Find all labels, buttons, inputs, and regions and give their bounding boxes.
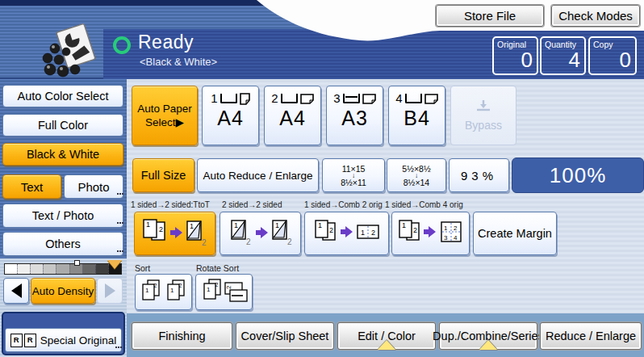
- combine-2-originals-button[interactable]: 2 1 1 2: [304, 212, 389, 255]
- auto-paper-select-label: Auto Paper Select▶: [132, 102, 197, 129]
- type-text-photo-button[interactable]: Text / Photo: [2, 204, 123, 228]
- duplex-2to2-label: 2 sided→2 sided: [222, 200, 282, 209]
- auto-color-select-button[interactable]: Auto Color Select: [2, 85, 123, 107]
- header-top-strip: [0, 0, 644, 6]
- original-counter-value: 0: [521, 48, 533, 73]
- quantity-counter: Quantity 4: [540, 36, 586, 75]
- type-others-label: Others: [45, 237, 81, 250]
- duplex-1sided-2sided-button[interactable]: 2 1 1 2: [134, 212, 215, 255]
- full-size-button[interactable]: Full Size: [132, 158, 194, 192]
- copier-touch-panel: Ready <Black & White> Store File Check M…: [0, 0, 644, 357]
- density-darker-button[interactable]: [97, 278, 123, 304]
- type-others-button[interactable]: Others: [2, 232, 123, 256]
- svg-text:2: 2: [454, 225, 458, 232]
- current-zoom-value: 100%: [550, 163, 607, 188]
- density-scale[interactable]: [4, 263, 122, 275]
- rotate-sort-icon: 2 1 2: [199, 278, 249, 307]
- 1sided-to-2sided-icon: 2 1 1 2: [138, 216, 212, 250]
- rotate-sort-button[interactable]: 2 1 2: [195, 274, 253, 310]
- tray-3-button[interactable]: 3 A3: [326, 86, 383, 145]
- full-color-label: Full Color: [38, 119, 88, 132]
- density-lighter-button[interactable]: [3, 278, 29, 304]
- tray-size-label: B4: [404, 107, 430, 130]
- zoom-preset-5x8-button[interactable]: 5½×8½ ↓ 8½×14: [387, 158, 446, 192]
- type-text-label: Text: [21, 180, 44, 194]
- tray-number: 2: [271, 93, 278, 104]
- special-original-button[interactable]: R R Special Original: [5, 328, 122, 352]
- svg-text:2: 2: [225, 285, 232, 289]
- svg-text:2: 2: [246, 237, 251, 246]
- bypass-label: Bypass: [465, 119, 502, 132]
- paper-tray-icon: [343, 94, 360, 103]
- svg-text:2: 2: [159, 225, 163, 233]
- svg-text:1: 1: [170, 287, 174, 294]
- store-file-label: Store File: [464, 9, 516, 23]
- paper-landscape-icon: [424, 94, 438, 104]
- svg-text:3: 3: [444, 234, 448, 242]
- store-file-button[interactable]: Store File: [436, 5, 544, 27]
- tray-number: 1: [211, 93, 217, 104]
- 2sided-to-2sided-icon: 1 2 1 2: [224, 216, 298, 250]
- create-margin-button[interactable]: Create Margin: [473, 212, 557, 255]
- copy-counter-label: Copy: [593, 40, 613, 49]
- combine-2-label: 1 sided→Comb 2 orig: [304, 200, 383, 209]
- svg-text:1: 1: [207, 286, 211, 293]
- paper-landscape-icon: [362, 94, 376, 104]
- auto-density-label: Auto Density: [32, 285, 94, 297]
- auto-reduce-enlarge-button[interactable]: Auto Reduce / Enlarge: [197, 158, 319, 192]
- tray-1-button[interactable]: 1 A4: [202, 86, 259, 145]
- preset-to-size: 8½×14: [404, 178, 429, 187]
- reduce-enlarge-tab[interactable]: Reduce / Enlarge: [540, 322, 642, 350]
- tray-4-button[interactable]: 4 B4: [388, 86, 445, 145]
- sort-button[interactable]: 2 1 2 1: [135, 274, 192, 310]
- svg-text:1: 1: [361, 229, 365, 237]
- zoom-93-button[interactable]: 93%: [449, 158, 509, 192]
- rotate-sort-label: Rotate Sort: [196, 263, 239, 273]
- black-white-button[interactable]: Black & White: [2, 143, 123, 166]
- brand-logo: [39, 18, 103, 78]
- combine-4-originals-button[interactable]: 2 1 12 34: [391, 212, 470, 255]
- auto-paper-select-button[interactable]: Auto Paper Select▶: [132, 86, 198, 145]
- svg-text:1: 1: [234, 221, 238, 229]
- dup-combine-series-tab[interactable]: Dup./Combine/Series: [439, 322, 537, 350]
- density-pointer-icon: [107, 260, 122, 269]
- status-mode-text: <Black & White>: [140, 56, 217, 68]
- preset-from-size: 11×15: [342, 165, 366, 173]
- arrow-right-icon: [105, 284, 115, 298]
- combine-4-label: 1 sided→Comb 4 orig: [385, 200, 463, 209]
- duplex-1to2-label: 1 sided→2 sided:TtoT: [131, 200, 210, 209]
- svg-text:2: 2: [413, 226, 417, 234]
- sort-label: Sort: [135, 263, 150, 273]
- copy-counter-value: 0: [620, 48, 631, 73]
- original-counter: Original 0: [492, 36, 538, 75]
- paper-tray-icon: [220, 94, 237, 103]
- svg-text:2: 2: [329, 226, 333, 234]
- tray-size-label: A4: [217, 107, 244, 130]
- cover-slip-sheet-tab[interactable]: Cover/Slip Sheet: [236, 322, 334, 350]
- active-feature-indicator-icon: [479, 340, 497, 350]
- type-text-button[interactable]: Text: [2, 174, 61, 199]
- zoom-preset-11x15-button[interactable]: 11×15 ↓ 8½×11: [322, 158, 385, 192]
- preset-to-size: 8½×11: [341, 178, 366, 187]
- full-size-label: Full Size: [141, 169, 186, 182]
- svg-text:1: 1: [145, 287, 149, 294]
- more-options-dots: [115, 346, 117, 348]
- full-color-button[interactable]: Full Color: [2, 114, 123, 136]
- type-photo-button[interactable]: Photo: [64, 174, 123, 199]
- svg-text:2: 2: [202, 238, 207, 247]
- finishing-tab[interactable]: Finishing: [132, 322, 232, 350]
- black-white-label: Black & White: [27, 148, 99, 161]
- original-r-rotated-icon: R: [24, 334, 36, 347]
- auto-density-button[interactable]: Auto Density: [31, 278, 95, 304]
- reduce-enlarge-label: Reduce / Enlarge: [546, 330, 636, 342]
- tray-2-button[interactable]: 2 A4: [264, 86, 321, 145]
- check-modes-button[interactable]: Check Modes: [551, 5, 640, 27]
- edit-color-tab[interactable]: Edit / Color: [337, 322, 436, 350]
- tray-size-label: A3: [341, 107, 368, 130]
- duplex-2sided-2sided-button[interactable]: 1 2 1 2: [220, 212, 301, 255]
- svg-text:1: 1: [444, 225, 448, 232]
- bypass-button[interactable]: Bypass: [450, 86, 516, 145]
- quantity-counter-value: 4: [569, 48, 580, 73]
- create-margin-label: Create Margin: [478, 227, 552, 240]
- paper-landscape-icon: [300, 94, 314, 104]
